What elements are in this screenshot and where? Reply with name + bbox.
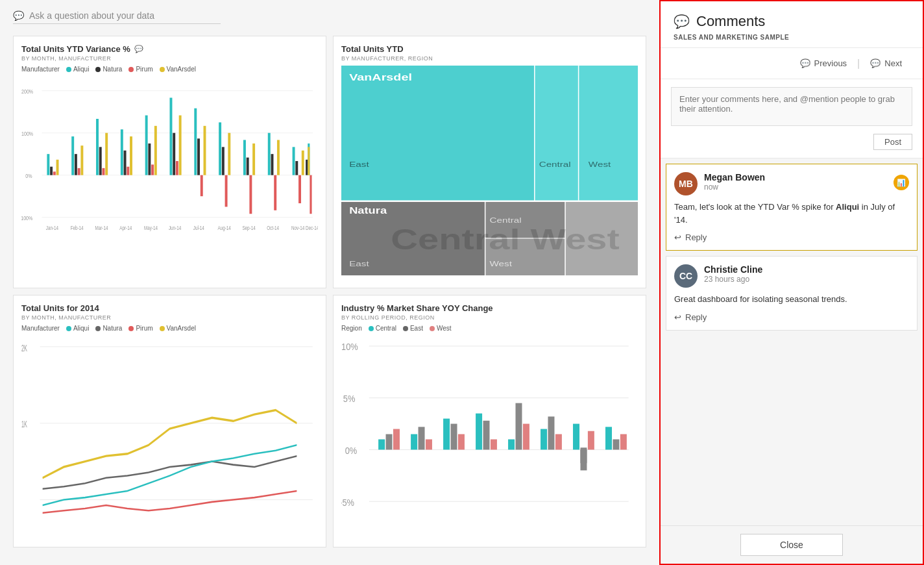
svg-rect-14 xyxy=(78,168,80,175)
line-chart-subtitle: BY MONTH, MANUFACTURER xyxy=(21,314,318,321)
svg-rect-47 xyxy=(277,140,280,175)
next-button[interactable]: 💬 Next xyxy=(862,55,910,72)
svg-text:-100%: -100% xyxy=(21,214,33,221)
svg-rect-40 xyxy=(243,140,246,175)
svg-rect-121 xyxy=(613,439,619,449)
svg-text:West: West xyxy=(490,260,513,268)
svg-rect-48 xyxy=(293,147,295,175)
svg-text:5%: 5% xyxy=(343,394,356,404)
comment-body-2: Great dashboard for isolating seasonal t… xyxy=(674,293,909,306)
svg-text:East: East xyxy=(349,160,369,168)
line-chart-legend: Manufacturer Aliqui Natura Pirum VanArsd… xyxy=(21,325,318,332)
svg-rect-110 xyxy=(508,439,515,449)
svg-text:Oct-14: Oct-14 xyxy=(267,225,279,231)
comment-top-2: CC Christie Cline 23 hours ago xyxy=(674,264,909,288)
ask-bar[interactable]: 💬 Ask a question about your data xyxy=(13,10,221,24)
svg-rect-105 xyxy=(451,424,457,450)
close-button[interactable]: Close xyxy=(740,534,843,556)
comment-author-2: Christie Cline xyxy=(704,264,909,275)
svg-rect-55 xyxy=(308,147,310,175)
market-chart-subtitle: BY ROLLING PERIOD, REGION xyxy=(341,314,638,321)
chat-icon: 💬 xyxy=(13,10,24,21)
comment-author-1: Megan Bowen xyxy=(704,172,887,182)
svg-text:Sep-14: Sep-14 xyxy=(242,225,255,231)
svg-rect-28 xyxy=(170,98,173,175)
svg-rect-49 xyxy=(295,161,298,175)
svg-rect-29 xyxy=(173,133,175,175)
next-icon: 💬 xyxy=(870,58,881,68)
svg-rect-111 xyxy=(515,403,522,450)
svg-rect-43 xyxy=(252,144,255,175)
dashboard-grid: Total Units YTD Variance % 💬 BY MONTH, M… xyxy=(13,36,646,547)
svg-rect-100 xyxy=(393,429,400,450)
svg-rect-50 xyxy=(298,175,301,203)
svg-rect-120 xyxy=(605,427,612,449)
line-chart-area: 2K 1K xyxy=(21,336,318,533)
svg-rect-44 xyxy=(268,133,271,175)
comment-body-1: Team, let's look at the YTD Var % spike … xyxy=(674,201,909,226)
line-chart-panel: Total Units for 2014 BY MONTH, MANUFACTU… xyxy=(13,295,326,547)
svg-text:2K: 2K xyxy=(21,342,27,354)
svg-text:0%: 0% xyxy=(345,446,358,456)
comment-meta-1: Megan Bowen now xyxy=(704,172,887,194)
comments-icon: 💬 xyxy=(674,14,690,29)
svg-text:Dec-14: Dec-14 xyxy=(306,225,318,231)
comments-header: 💬 Comments SALES AND MARKETING SAMPLE xyxy=(661,1,923,48)
line-chart-title: Total Units for 2014 xyxy=(21,303,318,313)
svg-rect-71 xyxy=(535,66,638,201)
comments-panel: 💬 Comments SALES AND MARKETING SAMPLE 💬 … xyxy=(659,0,924,565)
reply-icon-1: ↩ xyxy=(674,232,681,242)
post-button[interactable]: Post xyxy=(873,134,912,150)
svg-text:0%: 0% xyxy=(25,172,32,179)
comment-time-1: now xyxy=(704,182,887,192)
svg-rect-13 xyxy=(75,154,77,175)
close-bar: Close xyxy=(661,525,923,564)
svg-rect-45 xyxy=(271,154,274,175)
comments-title: 💬 Comments xyxy=(674,13,910,30)
svg-rect-54 xyxy=(310,175,311,214)
bar-chart-area: 200% 100% 0% -100% xyxy=(21,77,318,245)
previous-button[interactable]: 💬 Previous xyxy=(792,55,855,72)
comments-nav: 💬 Previous | 💬 Next xyxy=(661,48,923,79)
svg-text:Central: Central xyxy=(539,160,571,168)
avatar-megan: MB xyxy=(674,172,698,195)
svg-rect-109 xyxy=(491,439,497,449)
svg-text:100%: 100% xyxy=(21,130,33,137)
svg-rect-23 xyxy=(130,136,132,175)
bar-chart-title: Total Units YTD Variance % 💬 xyxy=(21,44,318,54)
svg-rect-24 xyxy=(145,116,148,175)
svg-text:200%: 200% xyxy=(21,88,33,95)
chart-comment-icon[interactable]: 💬 xyxy=(134,45,143,53)
svg-rect-10 xyxy=(53,171,56,175)
svg-rect-31 xyxy=(179,116,182,175)
svg-text:-5%: -5% xyxy=(341,497,354,508)
reply-button-2[interactable]: ↩ Reply xyxy=(674,312,707,322)
treemap-area: VanArsdel East Central West Natura East xyxy=(341,66,638,275)
svg-rect-39 xyxy=(228,133,230,175)
market-chart-area: 10% 5% 0% -5% xyxy=(341,336,638,533)
market-chart-title: Industry % Market Share YOY Change xyxy=(341,303,638,313)
svg-rect-26 xyxy=(151,164,154,175)
svg-text:Feb-14: Feb-14 xyxy=(71,225,84,231)
svg-text:Central West: Central West xyxy=(391,223,620,255)
bar-chart-subtitle: BY MONTH, MANUFACTURER xyxy=(21,55,318,62)
svg-text:Jun-14: Jun-14 xyxy=(169,225,181,231)
svg-text:10%: 10% xyxy=(341,342,358,353)
comment-top-1: MB Megan Bowen now 📊 xyxy=(674,172,909,195)
bar-chart-panel: Total Units YTD Variance % 💬 BY MONTH, M… xyxy=(13,36,326,288)
reply-button-1[interactable]: ↩ Reply xyxy=(674,232,707,242)
svg-rect-122 xyxy=(620,434,627,450)
svg-rect-103 xyxy=(426,439,432,449)
svg-rect-20 xyxy=(121,129,123,175)
svg-rect-35 xyxy=(204,126,206,175)
svg-rect-108 xyxy=(483,421,490,450)
svg-rect-15 xyxy=(80,145,83,175)
svg-rect-33 xyxy=(197,138,200,175)
comment-time-2: 23 hours ago xyxy=(704,275,909,284)
treemap-subtitle: BY MANUFACTURER, REGION xyxy=(341,55,638,62)
svg-rect-27 xyxy=(154,126,157,175)
comments-list: MB Megan Bowen now 📊 Team, let's look at… xyxy=(661,158,923,525)
svg-rect-34 xyxy=(201,175,203,197)
svg-rect-22 xyxy=(127,167,129,175)
comment-input[interactable] xyxy=(671,87,912,126)
